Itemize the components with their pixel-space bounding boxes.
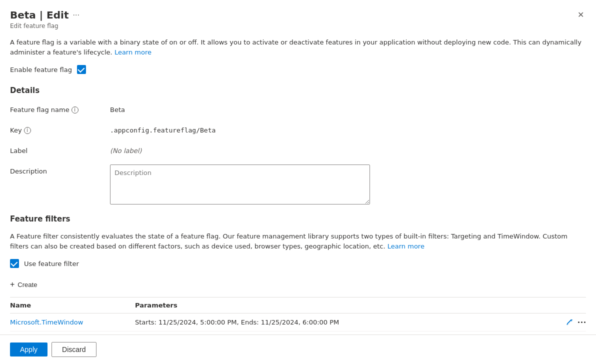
label-label: Label [10, 144, 110, 154]
details-section: Details Feature flag name i Beta Key i .… [10, 86, 586, 204]
filters-learn-more-link[interactable]: Learn more [388, 242, 424, 250]
feature-flag-name-label: Feature flag name i [10, 103, 110, 114]
filter-params-cell: Starts: 11/25/2024, 5:00:00 PM, Ends: 11… [135, 314, 546, 332]
key-info-icon[interactable]: i [24, 127, 31, 134]
filter-table: Name Parameters Microsoft.TimeWindowStar… [10, 298, 586, 332]
use-filter-checkbox[interactable] [10, 259, 19, 268]
use-filter-row: Use feature filter [10, 259, 586, 268]
col-name-header: Name [10, 298, 135, 314]
description-row: Description [10, 164, 586, 204]
enable-flag-checkbox[interactable] [77, 65, 86, 74]
edit-panel: Beta | Edit ··· ✕ Edit feature flag A fe… [0, 0, 596, 364]
panel-title: Beta | Edit [10, 9, 69, 21]
label-value: (No label) [110, 144, 142, 154]
panel-body: A feature flag is a variable with a bina… [0, 30, 596, 334]
description-textarea[interactable] [110, 164, 370, 204]
label-row: Label (No label) [10, 144, 586, 154]
enable-flag-label: Enable feature flag [10, 66, 72, 74]
create-filter-label: Create [18, 281, 37, 288]
key-value: .appconfig.featureflag/Beta [110, 124, 216, 134]
filters-info-text: A Feature filter consistently evaluates … [10, 232, 586, 251]
row-actions [546, 319, 586, 326]
filter-name-cell: Microsoft.TimeWindow [10, 314, 135, 332]
intro-text-content: A feature flag is a variable with a bina… [10, 38, 582, 56]
dot-icon [578, 322, 580, 323]
feature-filters-title: Feature filters [10, 214, 586, 224]
plus-icon: + [10, 280, 14, 289]
details-section-title: Details [10, 86, 586, 95]
create-filter-button[interactable]: + Create [10, 278, 37, 291]
intro-learn-more-link[interactable]: Learn more [114, 48, 152, 56]
edit-filter-button[interactable] [566, 319, 574, 326]
more-actions-button[interactable] [578, 322, 586, 323]
feature-flag-name-value: Beta [110, 103, 125, 114]
panel-header: Beta | Edit ··· ✕ Edit feature flag [0, 0, 596, 30]
close-button[interactable]: ✕ [576, 8, 586, 22]
panel-subtitle: Edit feature flag [10, 22, 586, 30]
dot-icon [584, 322, 586, 323]
panel-footer: Apply Discard [0, 334, 596, 364]
key-row: Key i .appconfig.featureflag/Beta [10, 124, 586, 134]
panel-title-group: Beta | Edit ··· [10, 9, 80, 21]
description-label: Description [10, 164, 110, 175]
enable-flag-row: Enable feature flag [10, 65, 586, 74]
feature-filters-section: Feature filters A Feature filter consist… [10, 214, 586, 332]
discard-button[interactable]: Discard [52, 342, 96, 357]
col-actions-header [546, 298, 586, 314]
table-row: Microsoft.TimeWindowStarts: 11/25/2024, … [10, 314, 586, 332]
feature-flag-name-row: Feature flag name i Beta [10, 103, 586, 114]
filter-actions-cell [546, 314, 586, 332]
ellipsis-menu[interactable]: ··· [73, 11, 80, 19]
key-label: Key i [10, 124, 110, 134]
feature-flag-name-info-icon[interactable]: i [72, 106, 78, 114]
apply-button[interactable]: Apply [10, 342, 48, 356]
filters-info-content: A Feature filter consistently evaluates … [10, 232, 568, 250]
use-filter-label: Use feature filter [24, 260, 79, 268]
dot-icon [581, 322, 582, 323]
col-parameters-header: Parameters [135, 298, 546, 314]
intro-text: A feature flag is a variable with a bina… [10, 38, 586, 57]
